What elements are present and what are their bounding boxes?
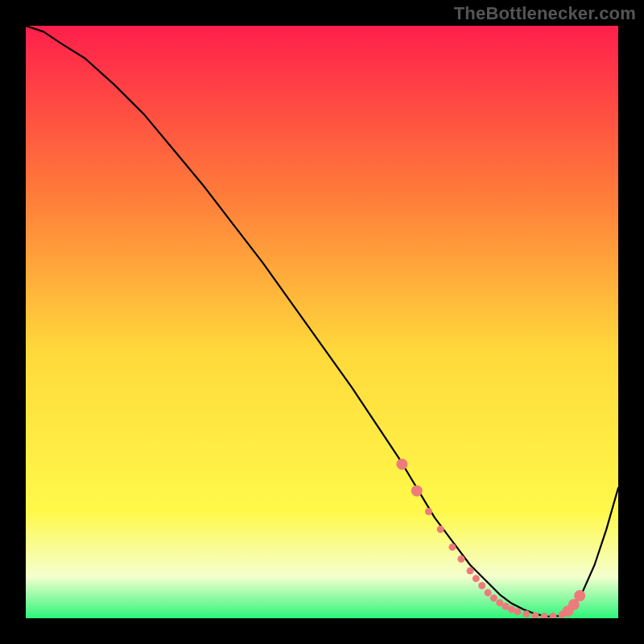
data-marker [485,589,492,597]
data-marker [490,594,497,601]
data-marker [514,608,521,615]
data-marker [448,543,456,551]
chart-container: TheBottlenecker.com [0,0,644,644]
data-marker [522,610,530,617]
data-marker [478,582,485,589]
plot-background [26,26,618,618]
data-marker [396,459,407,470]
bottleneck-chart [26,26,618,618]
data-marker [467,568,474,575]
data-marker [574,590,585,601]
data-marker [437,526,444,533]
data-marker [457,555,464,563]
data-marker [473,575,480,582]
attribution-label: TheBottlenecker.com [454,3,636,24]
data-marker [411,485,423,497]
data-marker [425,508,432,515]
